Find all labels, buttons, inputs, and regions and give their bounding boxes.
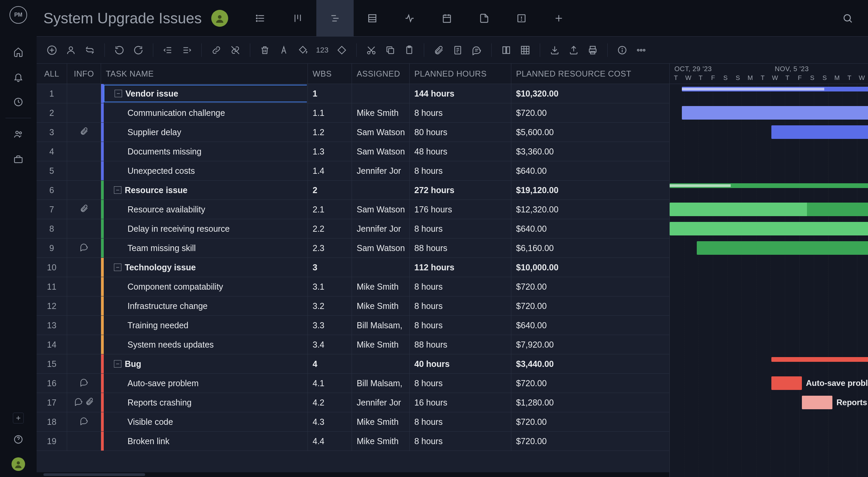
wbs-cell[interactable]: 3.3 [308, 316, 352, 335]
cost-cell[interactable]: $720.00 [511, 103, 666, 122]
note-button[interactable] [452, 44, 463, 56]
task-name-cell[interactable]: Auto-save problem [104, 374, 308, 393]
column-header-task[interactable]: TASK NAME [101, 64, 308, 84]
view-files[interactable] [466, 0, 503, 37]
task-name-cell[interactable]: Component compatability [104, 277, 308, 296]
task-name-cell[interactable]: Reports crashing [104, 393, 308, 412]
cost-cell[interactable]: $6,160.00 [511, 239, 666, 257]
collapse-toggle[interactable]: − [115, 90, 122, 97]
home-icon[interactable] [12, 45, 25, 58]
more-button[interactable] [635, 44, 647, 56]
cost-cell[interactable]: $10,000.00 [511, 258, 666, 277]
task-row[interactable]: 16Auto-save problem4.1Bill Malsam,8 hour… [37, 374, 669, 393]
collapse-toggle[interactable]: − [114, 186, 121, 194]
gantt-bar[interactable] [771, 125, 868, 139]
view-gantt[interactable] [316, 0, 354, 37]
help-icon[interactable] [12, 433, 25, 446]
cost-cell[interactable]: $1,280.00 [511, 393, 666, 412]
user-avatar[interactable] [12, 457, 25, 471]
hours-cell[interactable]: 8 hours [410, 432, 511, 451]
hours-cell[interactable]: 88 hours [410, 239, 511, 257]
task-name-cell[interactable]: Broken link [104, 432, 308, 451]
assigned-cell[interactable]: Bill Malsam, [352, 316, 410, 335]
column-header-cost[interactable]: PLANNED RESOURCE COST [511, 64, 666, 84]
cost-cell[interactable]: $720.00 [511, 277, 666, 296]
task-name-cell[interactable]: −Technology issue [104, 258, 308, 277]
task-name-cell[interactable]: Unexpected costs [104, 161, 308, 180]
add-view[interactable] [540, 0, 577, 37]
gantt-bar[interactable] [670, 183, 868, 188]
column-header-wbs[interactable]: WBS [308, 64, 352, 84]
assigned-cell[interactable]: Jennifer Jor [352, 393, 410, 412]
hours-cell[interactable]: 112 hours [410, 258, 511, 277]
assigned-cell[interactable] [352, 258, 410, 277]
wbs-cell[interactable]: 3.1 [308, 277, 352, 296]
assigned-cell[interactable]: Jennifer Jor [352, 219, 410, 238]
team-icon[interactable] [12, 128, 25, 141]
task-row[interactable]: 9Team missing skill2.3Sam Watson88 hours… [37, 239, 669, 258]
briefcase-icon[interactable] [12, 153, 25, 166]
gantt-bar[interactable] [670, 203, 868, 216]
history-icon[interactable] [12, 96, 25, 108]
collapse-toggle[interactable]: − [114, 264, 121, 271]
task-row[interactable]: 4Documents missing1.3Sam Watson48 hours$… [37, 142, 669, 161]
cost-cell[interactable]: $640.00 [511, 161, 666, 180]
auto-number[interactable]: 123 [316, 46, 329, 55]
task-row[interactable]: 18Visible code4.3Mike Smith8 hours$720.0… [37, 412, 669, 432]
hours-cell[interactable]: 80 hours [410, 123, 511, 142]
cost-cell[interactable]: $7,920.00 [511, 335, 666, 354]
project-avatar[interactable] [211, 10, 228, 27]
hours-cell[interactable]: 8 hours [410, 296, 511, 315]
wbs-cell[interactable]: 3.4 [308, 335, 352, 354]
assigned-cell[interactable]: Mike Smith [352, 103, 410, 122]
cost-cell[interactable]: $720.00 [511, 432, 666, 451]
wbs-cell[interactable]: 2.3 [308, 239, 352, 257]
cost-cell[interactable]: $5,600.00 [511, 123, 666, 142]
task-name-cell[interactable]: Resource availability [104, 200, 308, 219]
wbs-cell[interactable]: 2 [308, 181, 352, 200]
column-header-all[interactable]: ALL [37, 64, 67, 84]
redo-button[interactable] [133, 44, 144, 56]
text-color-button[interactable] [278, 44, 290, 56]
info-button[interactable] [616, 44, 628, 56]
delete-button[interactable] [259, 44, 271, 56]
wbs-cell[interactable]: 1.3 [308, 142, 352, 161]
wbs-cell[interactable]: 4.2 [308, 393, 352, 412]
task-name-cell[interactable]: Delay in receiving resource [104, 219, 308, 238]
assigned-cell[interactable]: Mike Smith [352, 432, 410, 451]
assigned-cell[interactable]: Bill Malsam, [352, 374, 410, 393]
task-row[interactable]: 12Infrastructure change3.2Mike Smith8 ho… [37, 296, 669, 316]
assigned-cell[interactable]: Sam Watson [352, 123, 410, 142]
gantt-bar[interactable] [771, 357, 868, 362]
cost-cell[interactable]: $3,360.00 [511, 142, 666, 161]
view-board[interactable] [279, 0, 316, 37]
task-name-cell[interactable]: Supplier delay [104, 123, 308, 142]
assigned-cell[interactable]: Sam Watson [352, 142, 410, 161]
cost-cell[interactable]: $640.00 [511, 219, 666, 238]
hours-cell[interactable]: 8 hours [410, 412, 511, 431]
hours-cell[interactable]: 8 hours [410, 374, 511, 393]
task-row[interactable]: 14System needs updates3.4Mike Smith88 ho… [37, 335, 669, 354]
column-header-hours[interactable]: PLANNED HOURS [410, 64, 511, 84]
assigned-cell[interactable]: Mike Smith [352, 412, 410, 431]
wbs-cell[interactable]: 1 [308, 84, 352, 103]
sync-button[interactable] [84, 44, 96, 56]
search-button[interactable] [841, 12, 854, 25]
hours-cell[interactable]: 40 hours [410, 354, 511, 373]
task-row[interactable]: 11Component compatability3.1Mike Smith8 … [37, 277, 669, 296]
hours-cell[interactable]: 16 hours [410, 393, 511, 412]
task-name-cell[interactable]: Documents missing [104, 142, 308, 161]
wbs-cell[interactable]: 1.2 [308, 123, 352, 142]
grid-button[interactable] [519, 44, 531, 56]
export-button[interactable] [568, 44, 579, 56]
task-row[interactable]: 17Reports crashing4.2Jennifer Jor16 hour… [37, 393, 669, 412]
task-row[interactable]: 1−Vendor issue1144 hours$10,320.00 [37, 84, 669, 103]
task-row[interactable]: 2Communication challenge1.1Mike Smith8 h… [37, 103, 669, 123]
cost-cell[interactable]: $19,120.00 [511, 181, 666, 200]
cost-cell[interactable]: $720.00 [511, 296, 666, 315]
assigned-cell[interactable] [352, 181, 410, 200]
task-name-cell[interactable]: −Vendor issue [104, 85, 307, 102]
task-name-cell[interactable]: Infrastructure change [104, 296, 308, 315]
view-calendar[interactable] [428, 0, 466, 37]
unlink-button[interactable] [230, 44, 241, 56]
